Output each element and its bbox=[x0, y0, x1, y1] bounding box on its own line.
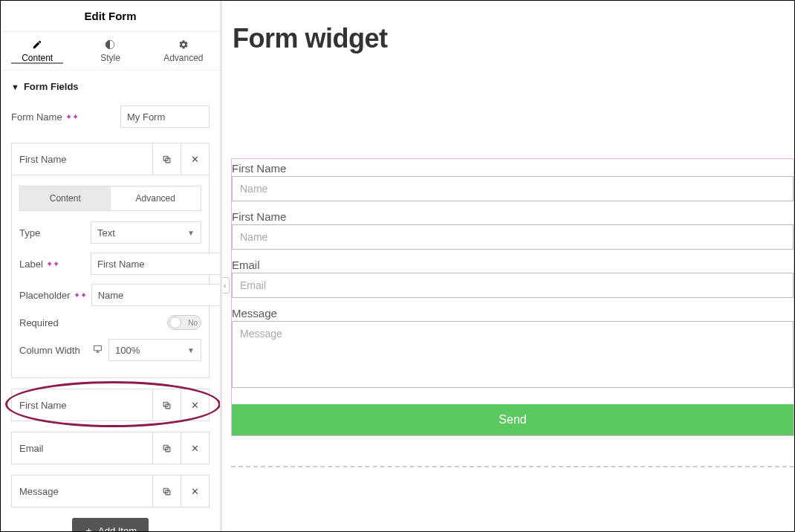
placeholder-label: Placeholder bbox=[19, 290, 71, 301]
form-label: First Name bbox=[232, 159, 794, 176]
dynamic-icon[interactable]: ✦✦ bbox=[65, 112, 79, 122]
required-label: Required bbox=[19, 317, 86, 328]
copy-icon bbox=[162, 487, 172, 496]
field-item-header[interactable]: Message ✕ bbox=[12, 476, 209, 507]
form-label: Message bbox=[232, 304, 794, 321]
field-item: First Name ✕ bbox=[11, 389, 210, 421]
column-width-select[interactable]: 100% ▼ bbox=[108, 339, 201, 361]
page-title: Form widget bbox=[233, 23, 794, 54]
duplicate-button[interactable] bbox=[152, 476, 181, 507]
column-width-label: Column Width bbox=[19, 345, 86, 356]
tab-content[interactable]: Content bbox=[1, 39, 74, 63]
copy-icon bbox=[162, 444, 172, 453]
caret-down-icon: ▼ bbox=[11, 82, 19, 91]
tab-style[interactable]: Style bbox=[74, 39, 146, 63]
field-item-title: First Name bbox=[12, 154, 152, 165]
field-item: Email ✕ bbox=[11, 432, 210, 464]
canvas: Form widget First Name First Name Email … bbox=[222, 1, 794, 531]
subtab-content[interactable]: Content bbox=[20, 186, 111, 210]
chevron-left-icon: ‹ bbox=[224, 281, 227, 290]
form-label: First Name bbox=[232, 207, 794, 224]
desktop-icon[interactable] bbox=[91, 344, 104, 356]
type-select[interactable]: Text ▼ bbox=[91, 221, 201, 244]
contrast-icon bbox=[105, 39, 115, 50]
dynamic-icon[interactable]: ✦✦ bbox=[46, 259, 59, 269]
sidebar: Edit Form Content Style Advanced ▼ Form … bbox=[1, 1, 222, 531]
remove-button[interactable]: ✕ bbox=[181, 389, 209, 421]
subtab-advanced[interactable]: Advanced bbox=[111, 186, 201, 210]
panel-title: Edit Form bbox=[1, 1, 220, 32]
form-label: Email bbox=[232, 256, 794, 273]
close-icon: ✕ bbox=[191, 486, 199, 497]
copy-icon bbox=[162, 155, 172, 164]
field-item-title: First Name bbox=[12, 400, 152, 411]
field-item: Message ✕ bbox=[11, 475, 210, 507]
panel-collapse-handle[interactable]: ‹ bbox=[222, 277, 230, 293]
dynamic-icon[interactable]: ✦✦ bbox=[74, 291, 87, 300]
field-item-title: Email bbox=[12, 443, 152, 454]
field-item-title: Message bbox=[12, 486, 152, 497]
close-icon: ✕ bbox=[191, 400, 199, 411]
form-input-email[interactable] bbox=[232, 273, 794, 298]
label-input[interactable] bbox=[91, 253, 220, 275]
panel-tabs: Content Style Advanced bbox=[1, 32, 220, 71]
close-icon: ✕ bbox=[191, 443, 199, 454]
remove-button[interactable]: ✕ bbox=[181, 476, 209, 507]
remove-button[interactable]: ✕ bbox=[181, 432, 209, 464]
placeholder-input[interactable] bbox=[91, 284, 220, 306]
field-item-header[interactable]: Email ✕ bbox=[12, 432, 209, 464]
form-name-input[interactable] bbox=[120, 106, 210, 128]
add-item-button[interactable]: ＋ Add Item bbox=[72, 518, 149, 531]
duplicate-button[interactable] bbox=[152, 432, 181, 464]
form-input-first-name[interactable] bbox=[232, 176, 794, 201]
tab-advanced[interactable]: Advanced bbox=[147, 39, 220, 63]
duplicate-button[interactable] bbox=[152, 389, 181, 421]
form-widget[interactable]: First Name First Name Email Message Send bbox=[231, 158, 794, 436]
pencil-icon bbox=[32, 39, 42, 50]
form-name-label: Form Name bbox=[11, 111, 62, 123]
chevron-down-icon: ▼ bbox=[187, 229, 195, 237]
submit-button[interactable]: Send bbox=[232, 404, 794, 435]
chevron-down-icon: ▼ bbox=[187, 346, 195, 354]
gear-icon bbox=[178, 39, 189, 50]
type-label: Type bbox=[19, 227, 86, 239]
remove-button[interactable]: ✕ bbox=[181, 143, 209, 175]
svg-rect-5 bbox=[94, 346, 101, 351]
form-input-message[interactable] bbox=[232, 321, 794, 388]
field-item-expanded: First Name ✕ Content Advanced bbox=[11, 143, 210, 378]
copy-icon bbox=[162, 400, 172, 410]
plus-icon: ＋ bbox=[84, 524, 94, 531]
duplicate-button[interactable] bbox=[152, 143, 181, 175]
empty-section-placeholder[interactable] bbox=[231, 466, 794, 470]
close-icon: ✕ bbox=[191, 154, 199, 165]
row-form-name: Form Name ✦✦ bbox=[11, 106, 210, 128]
field-item-header[interactable]: First Name ✕ bbox=[12, 389, 209, 421]
field-item-header[interactable]: First Name ✕ bbox=[12, 143, 209, 175]
label-label: Label bbox=[19, 259, 43, 270]
form-input-first-name-2[interactable] bbox=[232, 224, 794, 250]
required-toggle[interactable]: No bbox=[167, 315, 201, 330]
section-form-fields[interactable]: ▼ Form Fields bbox=[11, 81, 210, 92]
